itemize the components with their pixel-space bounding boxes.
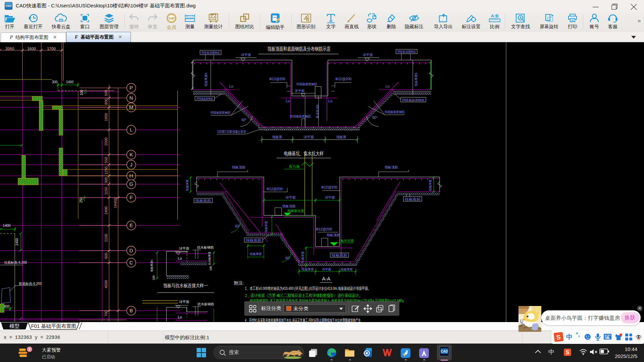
- svg-text:300: 300: [52, 80, 58, 84]
- svg-text:同筏板版底钢筋: 同筏板版底钢筋: [290, 114, 311, 118]
- svg-text:1250: 1250: [104, 166, 108, 174]
- svg-text:筏板底筋: 筏板底筋: [405, 198, 420, 201]
- svg-text:筏板厚度: 筏板厚度: [302, 268, 314, 271]
- svg-text:筏板厚: 筏板厚: [336, 135, 346, 139]
- svg-text:详平面: 详平面: [179, 247, 189, 250]
- svg-text:附注:: 附注:: [234, 280, 244, 286]
- svg-text:抗水板钢筋: 抗水板钢筋: [197, 302, 214, 306]
- svg-text:2050: 2050: [5, 47, 14, 51]
- svg-text:S: S: [566, 350, 569, 355]
- svg-text:100: 100: [80, 90, 84, 95]
- svg-text:同筏板坡底钢筋: 同筏板坡底钢筋: [385, 110, 405, 114]
- svg-text:100厚C15素混凝土垫层: 100厚C15素混凝土垫层: [217, 130, 246, 134]
- svg-text:A: A: [519, 16, 522, 20]
- svg-text:G: G: [129, 181, 133, 187]
- svg-text:筏板与抗水板连接大样一: 筏板与抗水板连接大样一: [163, 283, 208, 288]
- svg-text:Φ12@200: Φ12@200: [321, 185, 337, 189]
- svg-text:Φ12@200: Φ12@200: [316, 227, 332, 231]
- svg-text:详平面: 详平面: [322, 268, 331, 271]
- svg-text:同筏板坡底钢筋: 同筏板坡底钢筋: [210, 111, 231, 114]
- svg-text:详平面: 详平面: [179, 300, 189, 304]
- svg-text:集水坑深h: 集水坑深h: [316, 104, 319, 118]
- svg-text:筏板顶面和底面钢筋及分布钢筋示意: 筏板顶面和底面钢筋及分布钢筋示意: [267, 46, 331, 52]
- svg-text:同筏板顶面钢筋: 同筏板顶面钢筋: [201, 51, 220, 54]
- svg-text:19450: 19450: [113, 198, 117, 208]
- svg-text:4500: 4500: [104, 280, 108, 288]
- svg-text:E: E: [130, 222, 133, 228]
- svg-text:2: 2: [29, 347, 31, 351]
- svg-text:Lo: Lo: [178, 315, 182, 319]
- svg-text:Lo: Lo: [386, 84, 390, 88]
- svg-text:J: J: [130, 162, 133, 167]
- svg-text:F: F: [130, 195, 133, 200]
- svg-text:1600: 1600: [27, 47, 36, 51]
- svg-text:抗水板厚度: 抗水板厚度: [208, 252, 211, 265]
- svg-text:筏板厚度: 筏板厚度: [264, 221, 268, 233]
- svg-text:详平面: 详平面: [295, 89, 305, 93]
- svg-text:同筏板版底钢筋: 同筏板版底钢筋: [196, 97, 213, 100]
- svg-text:Lo: Lo: [229, 84, 233, 88]
- svg-text:1400: 1400: [66, 80, 74, 84]
- svg-text:1150: 1150: [104, 187, 108, 195]
- svg-text:详平面: 详平面: [303, 135, 314, 139]
- svg-text:A:B: A:B: [491, 13, 498, 18]
- svg-text:F01 基础平面布置图: F01 基础平面布置图: [31, 323, 76, 329]
- svg-text:筏板底筋: 筏板底筋: [195, 199, 211, 202]
- svg-text:700: 700: [104, 310, 108, 316]
- svg-text:详平面: 详平面: [325, 196, 335, 199]
- svg-text:电梯基坑底: 电梯基坑底: [287, 209, 304, 213]
- svg-text:1900: 1900: [104, 113, 108, 121]
- svg-text:CAD: CAD: [273, 16, 277, 18]
- svg-text:S: S: [556, 333, 561, 341]
- svg-text:筏板顶筋: 筏板顶筋: [282, 204, 296, 208]
- svg-text:筏板厚度: 筏板厚度: [250, 252, 262, 256]
- svg-text:Lo: Lo: [328, 99, 332, 103]
- svg-text:C: C: [130, 260, 133, 265]
- svg-text:筏板厚: 筏板厚: [272, 135, 282, 139]
- svg-text:M: M: [129, 104, 134, 110]
- svg-text:1、本工程±0.000绝对标高为415.400 (详见总图): 1、本工程±0.000绝对标高为415.400 (详见总图),抗浮设计水位413…: [245, 286, 371, 291]
- svg-text:2500: 2500: [104, 138, 108, 146]
- svg-text:详平面: 详平面: [362, 53, 373, 57]
- svg-text:1400: 1400: [15, 238, 19, 246]
- svg-text:B: B: [130, 308, 133, 313]
- svg-text:详平面: 详平面: [241, 53, 251, 57]
- svg-text:Φ12@200: Φ12@200: [269, 77, 285, 81]
- svg-text:2100: 2100: [104, 234, 108, 242]
- svg-text:电梯基坑、集水坑大样: 电梯基坑、集水坑大样: [284, 151, 324, 156]
- svg-text:250: 250: [79, 197, 83, 203]
- svg-text:筏板厚度h: 筏板厚度h: [150, 260, 153, 272]
- svg-text:K: K: [130, 152, 133, 157]
- svg-text:1400: 1400: [3, 223, 11, 227]
- svg-text:100: 100: [209, 266, 212, 271]
- svg-text:同筏板顶面钢筋: 同筏板顶面钢筋: [397, 50, 416, 53]
- svg-text:筏板顶筋: 筏板顶筋: [232, 165, 245, 169]
- svg-text:Lo: Lo: [286, 99, 290, 103]
- svg-text:坑底标高-6.200: 坑底标高-6.200: [4, 261, 27, 264]
- svg-text:2、设计依据《万景·峰汇二期项目岩土工程详细勘察报告》进行基: 2、设计依据《万景·峰汇二期项目岩土工程详细勘察报告》进行基础设计。: [245, 293, 362, 298]
- svg-text:筏板底筋: 筏板底筋: [246, 239, 261, 242]
- svg-text:筏板厚度: 筏板厚度: [186, 179, 189, 191]
- svg-text:抗水板钢筋: 抗水板钢筋: [197, 246, 214, 249]
- svg-text:坑板厚度: 坑板厚度: [301, 251, 304, 263]
- svg-text:60°: 60°: [372, 116, 377, 119]
- svg-text:详平面: 详平面: [285, 196, 296, 199]
- svg-text:筏板厚度h: 筏板厚度h: [414, 72, 418, 86]
- svg-text:剪力墙: 剪力墙: [289, 164, 300, 168]
- svg-text:60°: 60°: [241, 118, 246, 122]
- svg-text:2400: 2400: [104, 206, 108, 214]
- svg-text:800: 800: [104, 99, 108, 105]
- svg-text:集水坑底: 集水坑底: [340, 239, 354, 243]
- svg-text:模型: 模型: [9, 323, 19, 329]
- svg-text:300: 300: [104, 177, 108, 183]
- svg-text:Lo: Lo: [178, 256, 182, 260]
- svg-text:N: N: [130, 95, 133, 101]
- svg-text:Φ12@200: Φ12@200: [335, 77, 351, 81]
- svg-text:A-A: A-A: [322, 276, 330, 281]
- svg-text:同筏板坡面钢筋: 同筏板坡面钢筋: [296, 82, 317, 86]
- svg-text:筏板顶筋: 筏板顶筋: [385, 165, 398, 169]
- svg-text:CAD: CAD: [441, 350, 448, 353]
- svg-text:800: 800: [4, 305, 10, 308]
- svg-text:筏板厚度: 筏板厚度: [429, 179, 432, 191]
- svg-text:100: 100: [152, 275, 155, 280]
